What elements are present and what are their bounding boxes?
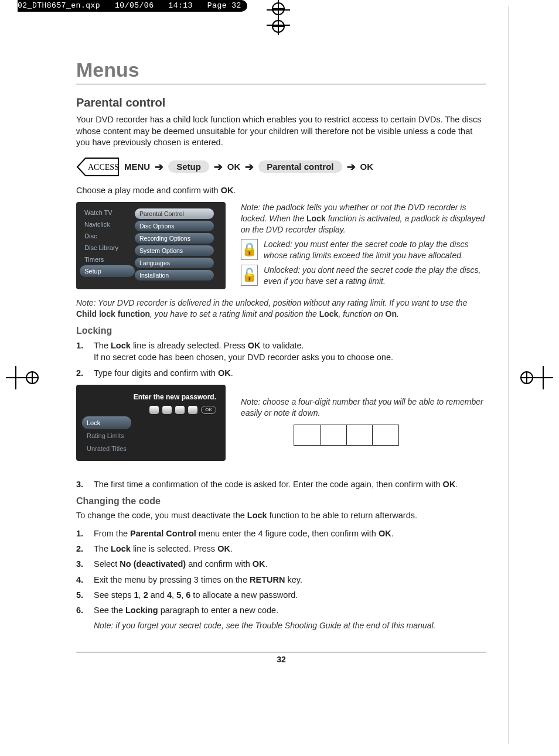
menu-left-item: Disc: [82, 230, 135, 242]
panel-header: Enter the new password.: [134, 393, 216, 401]
arrow-icon: ➔: [347, 160, 356, 173]
unlocked-padlock-icon: 🔓: [241, 265, 258, 286]
changing-code-heading: Changing the code: [76, 496, 486, 507]
padlock-note: Note: the padlock tells you whether or n…: [241, 202, 486, 235]
qxp-page-prefix: Page: [207, 1, 227, 10]
qxp-file: 02_DTH8657_en.qxp: [18, 1, 100, 10]
panel-side-item: Rating Limits: [82, 429, 131, 442]
locking-step-1: 1. The Lock line is already selected. Pr…: [76, 340, 486, 364]
menu-left-item: Disc Library: [82, 242, 135, 254]
footer-rule: [76, 652, 486, 652]
menu-right-item: Languages: [135, 258, 214, 268]
qxp-page-num: 32: [231, 1, 241, 10]
svg-text:ACCESS: ACCESS: [88, 163, 119, 172]
locked-padlock-icon: 🔒: [241, 239, 258, 260]
changing-intro: To change the code, you must deactivate …: [76, 510, 486, 522]
password-digit-box: [188, 406, 197, 414]
page-content: Menus Parental control Your DVD recorder…: [76, 59, 486, 664]
arrow-icon: ➔: [245, 160, 254, 173]
breadcrumb-menu: MENU: [124, 162, 150, 172]
menu-right-item: Disc Options: [135, 221, 214, 231]
panel-side-item: Unrated Titles: [82, 442, 131, 455]
menu-right-item: Installation: [135, 270, 214, 280]
delivery-note: Note: Your DVD recorder is delivered in …: [76, 297, 486, 320]
crop-mark-bottom: [267, 0, 290, 35]
trim-line-right: [509, 6, 509, 744]
qxp-date: 10/05/06: [115, 1, 154, 10]
changing-step-3: 3. Select No (deactivated) and confirm w…: [76, 558, 486, 570]
breadcrumb-ok: OK: [360, 162, 374, 172]
menu-left-item: Timers: [82, 254, 135, 265]
password-digit-box: [175, 406, 185, 414]
menu-right-item-active: Parental Control: [135, 208, 214, 219]
changing-step-2: 2. The Lock line is selected. Press OK.: [76, 543, 486, 555]
unlocked-note: Unlocked: you dont need the secret code …: [264, 265, 486, 287]
panel-side-item-active: Lock: [82, 416, 131, 429]
four-digit-note: Note: choose a four-digit number that yo…: [241, 396, 486, 419]
locking-step-3: 3. The first time a confirmation of the …: [76, 478, 486, 490]
code-reminder-boxes: [294, 425, 399, 446]
access-badge-icon: ACCESS: [76, 157, 120, 177]
menu-right-item: System Options: [135, 245, 214, 256]
menu-left-item: Watch TV: [82, 207, 135, 218]
breadcrumb: ACCESS MENU ➔ Setup ➔ OK ➔ Parental cont…: [76, 157, 486, 177]
screenshot-setup-menu: Watch TV Naviclick Disc Disc Library Tim…: [76, 202, 226, 289]
choose-play-mode-line: Choose a play mode and confirm with OK.: [76, 185, 486, 197]
crop-mark-left: [6, 366, 41, 389]
breadcrumb-parental-control: Parental control: [258, 160, 342, 173]
qxp-time: 14:13: [168, 1, 193, 10]
forget-code-note: Note: if you forget your secret code, se…: [94, 620, 486, 631]
menu-left-item-active: Setup: [80, 265, 135, 277]
changing-step-4: 4. Exit the menu by pressing 3 times on …: [76, 574, 486, 586]
intro-paragraph: Your DVD recorder has a child lock funct…: [76, 114, 486, 149]
panel-ok-button: OK: [201, 406, 216, 414]
changing-step-1: 1. From the Parental Control menu enter …: [76, 528, 486, 539]
locking-step-2: 2. Type four digits and confirm with OK.: [76, 367, 486, 379]
changing-step-5: 5. See steps 1, 2 and 4, 5, 6 to allocat…: [76, 589, 486, 601]
arrow-icon: ➔: [214, 160, 223, 173]
arrow-icon: ➔: [155, 160, 163, 173]
menu-left-item: Naviclick: [82, 218, 135, 230]
locked-note: Locked: you must enter the secret code t…: [264, 239, 486, 261]
title-rule: [76, 84, 486, 84]
page-title: Menus: [76, 59, 486, 81]
section-heading: Parental control: [76, 96, 486, 110]
qxp-header: 02_DTH8657_en.qxp 10/05/06 14:13 Page 32: [18, 0, 247, 12]
menu-right-item: Recording Options: [135, 233, 214, 244]
breadcrumb-ok: OK: [227, 162, 241, 172]
page-number: 32: [76, 655, 486, 664]
password-digit-box: [162, 406, 172, 414]
changing-step-6: 6. See the Locking paragraph to enter a …: [76, 604, 486, 616]
password-digit-box: [149, 406, 159, 414]
locking-heading: Locking: [76, 326, 486, 336]
screenshot-password-panel: Enter the new password. OK Lock Rating L…: [76, 385, 226, 461]
crop-mark-right: [518, 366, 553, 389]
breadcrumb-setup: Setup: [168, 160, 209, 173]
